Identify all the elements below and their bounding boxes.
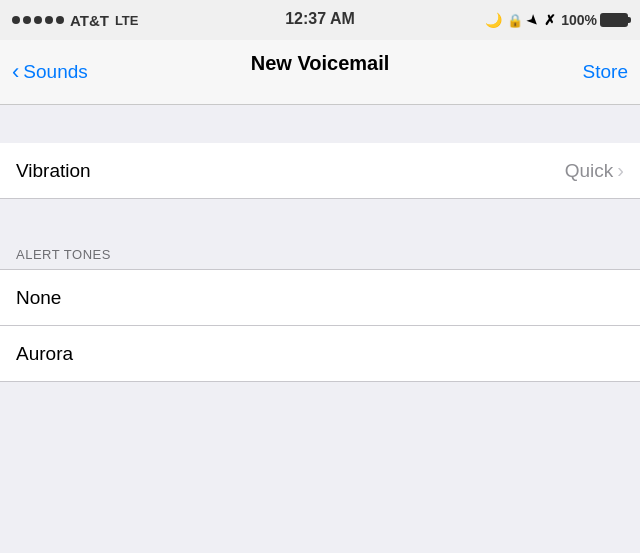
status-left: AT&T LTE xyxy=(12,12,138,29)
nav-bar: ‹ Sounds New Voicemail Store xyxy=(0,40,640,105)
bluetooth-icon: ✗ xyxy=(544,12,556,28)
carrier-label: AT&T xyxy=(70,12,109,29)
signal-dot-3 xyxy=(34,16,42,24)
signal-dot-1 xyxy=(12,16,20,24)
vibration-value-area: Quick › xyxy=(565,159,624,182)
battery-area: 100% xyxy=(561,12,628,28)
aurora-row[interactable]: Aurora xyxy=(0,326,640,382)
nav-title: New Voicemail xyxy=(251,52,390,75)
battery-percent: 100% xyxy=(561,12,597,28)
vibration-row[interactable]: Vibration Quick › xyxy=(0,143,640,199)
network-type-label: LTE xyxy=(115,13,139,28)
signal-dots xyxy=(12,16,64,24)
none-row[interactable]: None xyxy=(0,270,640,326)
store-button[interactable]: Store xyxy=(583,61,628,83)
top-spacer xyxy=(0,105,640,143)
location-icon: ➤ xyxy=(524,11,542,29)
vibration-label: Vibration xyxy=(16,160,91,182)
signal-dot-2 xyxy=(23,16,31,24)
moon-icon: 🌙 xyxy=(485,12,502,28)
status-bar: AT&T LTE 12:37 AM 🌙 🔒 ➤ ✗ 100% xyxy=(0,0,640,40)
status-right: 🌙 🔒 ➤ ✗ 100% xyxy=(485,12,628,28)
vibration-chevron-icon: › xyxy=(617,159,624,182)
back-button[interactable]: ‹ Sounds xyxy=(12,61,88,83)
signal-dot-5 xyxy=(56,16,64,24)
signal-dot-4 xyxy=(45,16,53,24)
section-spacer xyxy=(0,199,640,237)
time-label: 12:37 AM xyxy=(285,10,355,28)
alert-tones-header-text: ALERT TONES xyxy=(16,247,111,262)
alert-tones-header: ALERT TONES xyxy=(0,237,640,270)
back-chevron-icon: ‹ xyxy=(12,61,19,83)
content: Vibration Quick › ALERT TONES None Auror… xyxy=(0,105,640,382)
aurora-label: Aurora xyxy=(16,343,73,365)
back-label: Sounds xyxy=(23,61,87,83)
vibration-value: Quick xyxy=(565,160,614,182)
none-label: None xyxy=(16,287,61,309)
battery-icon xyxy=(600,13,628,27)
lock-icon: 🔒 xyxy=(507,13,523,28)
